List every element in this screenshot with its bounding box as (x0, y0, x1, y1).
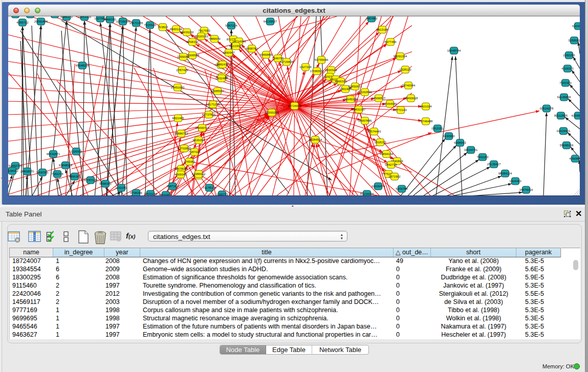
svg-text:73178108: 73178108 (203, 186, 216, 189)
svg-text:99091334: 99091334 (394, 55, 407, 58)
svg-text:0932480: 0932480 (215, 77, 228, 80)
svg-text:19384554: 19384554 (309, 138, 322, 141)
svg-text:55886753: 55886753 (175, 132, 188, 135)
svg-text:76945314: 76945314 (344, 98, 358, 101)
svg-text:2787429: 2787429 (176, 69, 188, 72)
svg-text:00524278: 00524278 (540, 107, 554, 110)
svg-text:79740344: 79740344 (402, 84, 416, 87)
svg-text:51462704: 51462704 (9, 164, 23, 167)
svg-text:5098393: 5098393 (99, 182, 112, 185)
svg-text:5009788: 5009788 (396, 187, 408, 190)
svg-text:763822: 763822 (158, 26, 168, 29)
svg-text:34957885: 34957885 (358, 119, 372, 122)
svg-text:18724007: 18724007 (288, 104, 301, 107)
svg-text:10719184: 10719184 (116, 20, 130, 23)
svg-text:9413186: 9413186 (376, 28, 388, 31)
svg-text:4060883: 4060883 (569, 157, 580, 160)
svg-text:7515526: 7515526 (144, 24, 156, 27)
svg-text:20691406: 20691406 (34, 20, 48, 23)
svg-text:65787133: 65787133 (84, 179, 98, 182)
svg-text:37996507: 37996507 (372, 97, 386, 100)
svg-text:6998543: 6998543 (454, 141, 466, 144)
svg-text:98084124: 98084124 (498, 172, 512, 175)
svg-text:9357224: 9357224 (225, 24, 237, 27)
svg-text:86578091: 86578091 (175, 167, 188, 170)
svg-text:7917693: 7917693 (198, 29, 210, 32)
svg-text:1399049: 1399049 (177, 55, 189, 58)
svg-text:7991183: 7991183 (477, 156, 489, 159)
svg-text:13171274: 13171274 (206, 103, 220, 106)
svg-text:53755646: 53755646 (315, 58, 329, 61)
svg-text:17080531: 17080531 (310, 70, 324, 73)
svg-text:4216073: 4216073 (561, 67, 574, 70)
svg-text:0330923: 0330923 (325, 69, 337, 72)
svg-text:85574443: 85574443 (367, 130, 381, 133)
svg-text:37631165: 37631165 (144, 192, 158, 195)
svg-text:8148932: 8148932 (8, 169, 18, 172)
svg-text:4055712: 4055712 (16, 21, 29, 24)
svg-text:5430391: 5430391 (36, 171, 49, 174)
svg-text:34874016: 34874016 (519, 188, 533, 191)
svg-text:80112805: 80112805 (554, 114, 568, 117)
svg-text:2687882: 2687882 (365, 17, 378, 20)
svg-text:87234309: 87234309 (360, 192, 374, 195)
svg-text:3482477: 3482477 (216, 63, 229, 66)
svg-text:25135427: 25135427 (487, 163, 501, 166)
svg-text:8677496: 8677496 (384, 40, 397, 43)
svg-text:2260256: 2260256 (563, 54, 575, 57)
svg-text:4896383: 4896383 (69, 175, 81, 178)
svg-text:16671355: 16671355 (129, 21, 143, 25)
svg-text:71746488: 71746488 (419, 120, 433, 123)
svg-text:51850671: 51850671 (349, 85, 362, 88)
svg-text:6193990: 6193990 (443, 135, 455, 138)
svg-text:04499727: 04499727 (195, 126, 209, 129)
svg-text:80831367: 80831367 (352, 108, 366, 111)
svg-text:76320163: 76320163 (194, 35, 208, 38)
svg-text:96532871: 96532871 (47, 152, 60, 156)
svg-text:2328120: 2328120 (399, 68, 411, 71)
svg-text:3158692: 3158692 (568, 39, 580, 42)
svg-text:61595148: 61595148 (572, 114, 580, 117)
svg-text:65648236: 65648236 (76, 64, 90, 67)
svg-text:16648784: 16648784 (447, 49, 461, 52)
svg-text:28809570: 28809570 (20, 170, 34, 173)
svg-text:62386922: 62386922 (192, 172, 206, 176)
svg-text:62729806: 62729806 (280, 60, 294, 63)
svg-text:55698169: 55698169 (560, 144, 574, 147)
svg-text:02606474: 02606474 (372, 185, 385, 188)
svg-text:9821465: 9821465 (172, 117, 184, 120)
svg-text:49894134: 49894134 (380, 152, 394, 156)
svg-text:10653326: 10653326 (78, 16, 92, 18)
svg-text:4738299: 4738299 (130, 191, 142, 194)
svg-text:1671902: 1671902 (388, 175, 401, 178)
svg-text:57262849: 57262849 (358, 91, 372, 94)
svg-text:62702895: 62702895 (178, 147, 191, 150)
svg-text:6658760: 6658760 (246, 47, 258, 50)
svg-text:27354549: 27354549 (383, 102, 397, 105)
svg-text:7346706: 7346706 (272, 57, 284, 60)
svg-text:60385977: 60385977 (211, 90, 225, 93)
svg-text:54145868: 54145868 (557, 96, 571, 99)
svg-text:1627204: 1627204 (299, 65, 312, 69)
svg-text:6690967: 6690967 (223, 51, 235, 54)
svg-text:7182278: 7182278 (51, 172, 63, 176)
svg-text:4005045: 4005045 (175, 173, 187, 176)
svg-text:7770143: 7770143 (395, 108, 407, 112)
svg-text:67010651: 67010651 (159, 193, 173, 196)
svg-text:8708317: 8708317 (186, 40, 199, 43)
svg-text:1031051: 1031051 (115, 186, 127, 189)
svg-text:2421024: 2421024 (420, 105, 432, 108)
svg-text:3387262: 3387262 (166, 185, 179, 188)
svg-text:7543303: 7543303 (559, 81, 572, 84)
svg-text:1824493: 1824493 (509, 180, 521, 183)
svg-text:8386379: 8386379 (60, 16, 73, 18)
svg-text:5466889: 5466889 (260, 53, 272, 56)
svg-text:1326773: 1326773 (216, 193, 228, 196)
svg-text:81223623: 81223623 (229, 45, 243, 48)
svg-text:01429401: 01429401 (557, 129, 571, 133)
svg-text:9636057: 9636057 (192, 139, 205, 142)
svg-text:4966319: 4966319 (335, 80, 347, 83)
svg-text:0812191: 0812191 (431, 127, 444, 130)
svg-text:23300203: 23300203 (265, 111, 279, 114)
svg-text:64139537: 64139537 (264, 20, 277, 23)
